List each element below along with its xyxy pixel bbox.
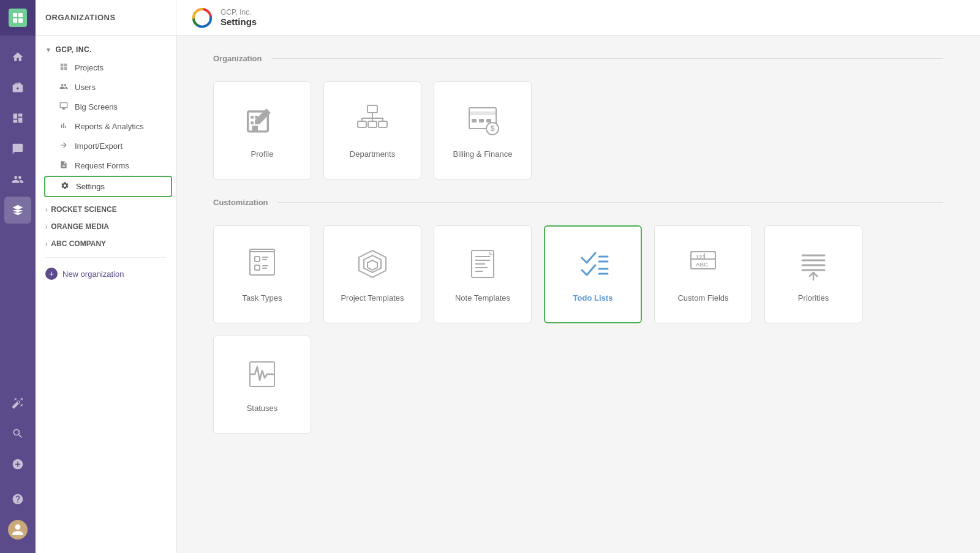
svg-text:$: $	[491, 124, 495, 133]
forms-icon	[59, 160, 69, 171]
svg-rect-22	[469, 111, 496, 115]
sidebar: ORGANIZATIONS ▼ GCP, INC. Projects	[36, 0, 176, 553]
help-icon[interactable]	[4, 486, 31, 513]
wand-icon[interactable]	[4, 389, 31, 416]
abc-label: ABC COMPANY	[51, 239, 106, 248]
svg-rect-29	[255, 257, 260, 261]
svg-rect-3	[18, 18, 23, 23]
sidebar-item-users[interactable]: Users	[44, 78, 172, 97]
settings-card-project-templates[interactable]: Project Templates	[323, 225, 421, 323]
custom-fields-card-label: Custom Fields	[677, 293, 728, 303]
user-avatar-icon[interactable]	[4, 516, 31, 543]
org-gcp-label: GCP, INC.	[55, 45, 92, 54]
building-icon[interactable]	[4, 197, 31, 224]
icon-rail	[0, 0, 36, 553]
svg-rect-24	[479, 119, 484, 122]
sidebar-content: ▼ GCP, INC. Projects Users	[36, 36, 176, 553]
home-icon[interactable]	[4, 43, 31, 70]
users-icon	[59, 82, 69, 92]
rocket-chevron: ›	[45, 206, 47, 213]
org-abc-company[interactable]: › ABC COMPANY	[36, 235, 176, 252]
add-circle-icon[interactable]	[4, 451, 31, 478]
svg-text:123: 123	[696, 254, 705, 260]
top-bar-title-group: GCP, Inc. Settings	[221, 8, 257, 27]
briefcase-icon[interactable]	[4, 74, 31, 101]
organization-section-header: Organization	[213, 54, 943, 63]
rocket-label: ROCKET SCIENCE	[51, 205, 116, 214]
customization-section-label: Customization	[213, 198, 268, 207]
import-label: Import/Export	[75, 141, 123, 151]
settings-card-note-templates[interactable]: Note Templates	[434, 225, 532, 323]
note-templates-card-label: Note Templates	[455, 293, 510, 303]
bigscreens-label: Big Screens	[75, 102, 118, 111]
team-icon[interactable]	[4, 166, 31, 193]
svg-rect-9	[251, 121, 254, 124]
svg-rect-13	[358, 121, 366, 127]
org-gcp: ▼ GCP, INC. Projects Users	[36, 42, 176, 197]
svg-rect-14	[368, 121, 377, 127]
svg-marker-35	[359, 250, 386, 277]
customization-section-header: Customization	[213, 198, 943, 207]
svg-rect-28	[250, 252, 274, 275]
priorities-icon	[796, 247, 831, 286]
screen-icon	[59, 102, 69, 112]
organization-cards-grid: Profile Depar	[213, 81, 943, 179]
sidebar-item-settings[interactable]: Settings	[44, 176, 172, 197]
sidebar-item-import[interactable]: Import/Export	[44, 137, 172, 156]
sidebar-item-bigscreens[interactable]: Big Screens	[44, 97, 172, 116]
settings-card-priorities[interactable]: Priorities	[764, 225, 862, 323]
chart-icon	[59, 121, 69, 132]
rail-nav-icons	[0, 36, 36, 388]
orange-chevron: ›	[45, 224, 47, 230]
task-types-icon	[245, 247, 279, 286]
svg-rect-2	[13, 18, 17, 23]
svg-rect-32	[255, 265, 260, 270]
settings-card-departments[interactable]: Departments	[323, 81, 421, 179]
reports-label: Reports & Analytics	[75, 122, 144, 131]
custom-divider-line	[278, 202, 943, 203]
sidebar-item-projects[interactable]: Projects	[44, 58, 172, 77]
svg-rect-15	[379, 121, 387, 127]
gcp-chevron: ▼	[45, 47, 51, 53]
settings-card-profile[interactable]: Profile	[213, 81, 311, 179]
org-gcp-header[interactable]: ▼ GCP, INC.	[36, 42, 176, 58]
svg-rect-12	[368, 105, 377, 113]
settings-card-task-types[interactable]: Task Types	[213, 225, 311, 323]
chat-icon[interactable]	[4, 135, 31, 162]
settings-card-custom-fields[interactable]: 123 ABC Custom Fields	[654, 225, 752, 323]
task-types-card-label: Task Types	[243, 293, 282, 303]
svg-rect-11	[252, 126, 258, 131]
settings-card-todo-lists[interactable]: Todo Lists	[544, 225, 642, 323]
svg-marker-37	[368, 260, 377, 270]
svg-rect-34	[262, 268, 267, 269]
customization-cards-grid: Task Types Project Templates	[213, 225, 943, 434]
org-gcp-items: Projects Users Big Screens	[36, 58, 176, 197]
import-icon	[59, 141, 69, 151]
svg-text:ABC: ABC	[696, 261, 708, 268]
departments-icon	[355, 103, 390, 142]
new-organization-button[interactable]: + New organization	[36, 263, 176, 285]
sidebar-item-reports[interactable]: Reports & Analytics	[44, 117, 172, 136]
project-templates-icon	[355, 247, 390, 286]
custom-fields-icon: 123 ABC	[686, 247, 720, 286]
svg-rect-23	[472, 119, 477, 122]
dashboard-icon[interactable]	[4, 105, 31, 132]
settings-icon	[60, 181, 70, 192]
settings-card-statuses[interactable]: Statuses	[213, 336, 311, 434]
company-logo	[191, 7, 213, 29]
content-area: Organization	[176, 36, 980, 553]
svg-rect-1	[18, 13, 23, 17]
settings-card-billing[interactable]: $ Billing & Finance	[434, 81, 532, 179]
todo-lists-card-label: Todo Lists	[573, 293, 613, 303]
plus-icon: +	[45, 268, 58, 280]
org-rocket-science[interactable]: › ROCKET SCIENCE	[36, 201, 176, 218]
search-icon[interactable]	[4, 420, 31, 447]
app-logo[interactable]	[9, 9, 27, 27]
sidebar-item-forms[interactable]: Request Forms	[44, 156, 172, 175]
top-bar: GCP, Inc. Settings	[176, 0, 980, 36]
statuses-icon	[245, 357, 279, 396]
rail-logo-area	[0, 0, 36, 36]
org-orange-media[interactable]: › ORANGE MEDIA	[36, 218, 176, 235]
projects-label: Projects	[75, 63, 104, 72]
svg-rect-6	[251, 116, 254, 119]
